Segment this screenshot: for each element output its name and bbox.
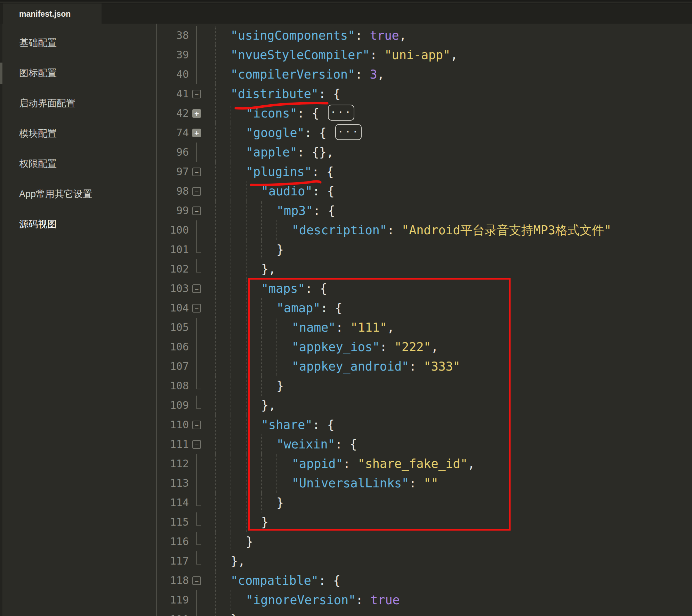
code-line-38[interactable]: 38"usingComponents": true, — [157, 26, 692, 45]
code-line-110[interactable]: 110−"share": { — [157, 415, 692, 435]
code-line-99[interactable]: 99−"mp3": { — [157, 201, 692, 220]
code-text: "compatible": { — [215, 571, 340, 590]
code-line-106[interactable]: 106"appkey_ios": "222", — [157, 337, 692, 357]
line-number: 110 — [157, 415, 189, 435]
fold-collapse-icon[interactable]: − — [192, 168, 201, 176]
code-line-113[interactable]: 113"UniversalLinks": "" — [157, 473, 692, 493]
code-line-114[interactable]: 114} — [157, 493, 692, 512]
fold-scope-line — [196, 532, 201, 545]
code-text: "mp3": { — [215, 201, 335, 220]
token-key: "audio" — [261, 184, 313, 198]
token-key: "usingComponents" — [231, 29, 355, 42]
token-key: "description" — [292, 223, 387, 237]
line-number: 97 — [157, 162, 189, 181]
tab-manifest-json[interactable]: manifest.json — [3, 3, 102, 24]
collapsed-code-button[interactable]: ··· — [328, 105, 354, 121]
fold-expand-icon[interactable]: + — [192, 129, 201, 137]
code-line-96[interactable]: 96"apple": {}, — [157, 143, 692, 162]
sidebar-item-launch-screen-config[interactable]: 启动界面配置 — [19, 94, 75, 113]
token-punc: } — [276, 496, 284, 510]
code-line-111[interactable]: 111−"weixin": { — [157, 435, 692, 454]
code-line-117[interactable]: 117}, — [157, 551, 692, 571]
code-line-109[interactable]: 109}, — [157, 396, 692, 415]
code-line-108[interactable]: 108} — [157, 376, 692, 396]
sidebar-item-icon-config[interactable]: 图标配置 — [19, 64, 57, 82]
code-line-116[interactable]: 116} — [157, 532, 692, 551]
code-text: "nvueStyleCompiler": "uni-app", — [215, 45, 458, 65]
code-line-115[interactable]: 115} — [157, 512, 692, 532]
fold-scope-line — [196, 357, 197, 376]
token-punc: , — [387, 321, 394, 334]
line-number: 96 — [157, 143, 189, 162]
token-bool: true — [370, 29, 399, 42]
fold-collapse-icon[interactable]: − — [192, 440, 201, 449]
token-punc: : — [336, 321, 350, 334]
sidebar-item-app-other-settings[interactable]: App常用其它设置 — [19, 185, 92, 203]
token-key: "name" — [292, 321, 336, 334]
app-window: manifest.json 基础配置图标配置启动界面配置模块配置权限配置App常… — [0, 0, 692, 616]
line-number: 115 — [157, 512, 189, 532]
line-number: 100 — [157, 220, 189, 240]
token-punc: }, — [261, 398, 276, 412]
token-str: "uni-app" — [385, 48, 451, 62]
fold-collapse-icon[interactable]: − — [192, 576, 201, 585]
collapsed-code-button[interactable]: ··· — [335, 124, 362, 140]
code-text: "icons": { ··· — [215, 104, 354, 123]
line-number: 41 — [157, 84, 189, 104]
token-punc: : { — [305, 126, 334, 140]
code-text: "appkey_ios": "222", — [215, 337, 438, 357]
fold-scope-line — [196, 337, 197, 357]
code-line-120[interactable]: 120} — [157, 610, 692, 616]
token-key: "amap" — [276, 301, 320, 315]
fold-expand-icon[interactable]: + — [192, 109, 201, 118]
code-line-104[interactable]: 104−"amap": { — [157, 298, 692, 318]
code-line-98[interactable]: 98−"audio": { — [157, 181, 692, 201]
token-key: "ignoreVersion" — [246, 593, 356, 607]
token-key: "weixin" — [276, 437, 335, 451]
fold-collapse-icon[interactable]: − — [192, 304, 201, 313]
code-line-101[interactable]: 101} — [157, 240, 692, 259]
sidebar-left-edge — [0, 24, 2, 616]
line-number: 116 — [157, 532, 189, 551]
fold-scope-line — [196, 240, 201, 253]
fold-collapse-icon[interactable]: − — [192, 284, 201, 293]
code-line-39[interactable]: 39"nvueStyleCompiler": "uni-app", — [157, 45, 692, 65]
token-key: "apple" — [246, 145, 297, 159]
sidebar-item-permission-config[interactable]: 权限配置 — [19, 154, 57, 173]
token-punc: : { — [319, 87, 340, 101]
code-line-97[interactable]: 97−"plugins": { — [157, 162, 692, 181]
token-key: "mp3" — [276, 204, 313, 218]
code-editor[interactable]: 38"usingComponents": true,39"nvueStyleCo… — [157, 24, 692, 616]
code-line-41[interactable]: 41−"distribute": { — [157, 84, 692, 104]
code-line-42[interactable]: 42+"icons": { ··· — [157, 104, 692, 123]
fold-collapse-icon[interactable]: − — [192, 421, 201, 429]
code-text: } — [215, 512, 268, 532]
code-line-100[interactable]: 100"description": "Android平台录音支持MP3格式文件" — [157, 220, 692, 240]
line-number: 103 — [157, 279, 189, 298]
fold-collapse-icon[interactable]: − — [192, 206, 201, 215]
code-line-102[interactable]: 102}, — [157, 259, 692, 279]
sidebar-item-basic-config[interactable]: 基础配置 — [19, 33, 57, 52]
code-line-105[interactable]: 105"name": "111", — [157, 318, 692, 337]
fold-scope-line — [196, 590, 197, 610]
line-number: 111 — [157, 435, 189, 454]
sidebar-item-source-view[interactable]: 源码视图 — [19, 215, 57, 234]
sidebar-item-module-config[interactable]: 模块配置 — [19, 124, 57, 143]
code-line-40[interactable]: 40"compilerVersion": 3, — [157, 65, 692, 84]
line-number: 118 — [157, 571, 189, 590]
token-key: "UniversalLinks" — [292, 476, 409, 490]
line-number: 109 — [157, 396, 189, 415]
code-line-118[interactable]: 118−"compatible": { — [157, 571, 692, 590]
token-punc: }, — [261, 262, 276, 276]
token-punc: : { — [335, 437, 357, 451]
fold-scope-line — [196, 473, 197, 493]
code-line-74[interactable]: 74+"google": { ··· — [157, 123, 692, 143]
code-line-103[interactable]: 103−"maps": { — [157, 279, 692, 298]
fold-collapse-icon[interactable]: − — [192, 187, 201, 196]
code-line-119[interactable]: 119"ignoreVersion": true — [157, 590, 692, 610]
code-line-112[interactable]: 112"appid": "share_fake_id", — [157, 454, 692, 473]
fold-scope-line — [196, 454, 197, 473]
fold-collapse-icon[interactable]: − — [192, 90, 201, 98]
token-key: "appkey_android" — [292, 359, 409, 373]
code-line-107[interactable]: 107"appkey_android": "333" — [157, 357, 692, 376]
